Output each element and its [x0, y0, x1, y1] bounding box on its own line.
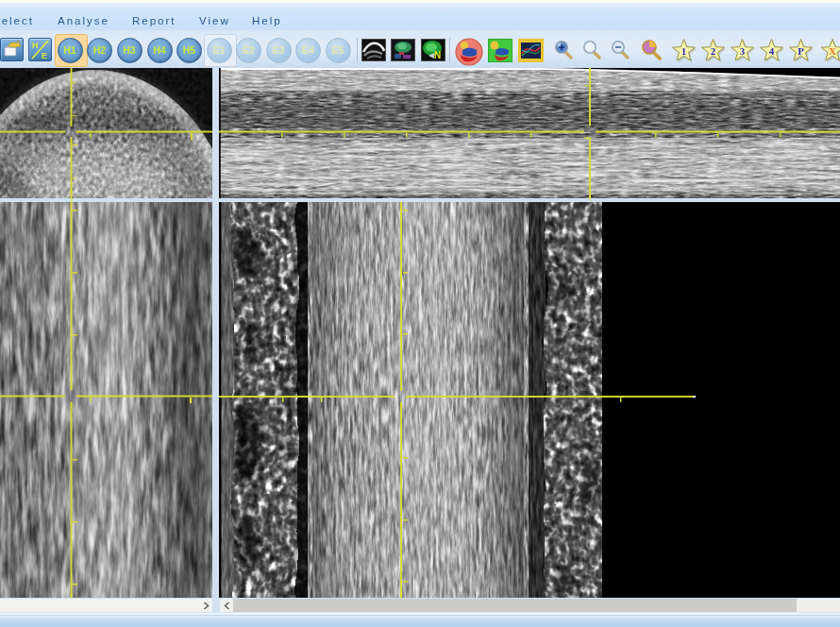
svg-text:P: P [798, 45, 804, 57]
svg-text:E: E [42, 51, 47, 60]
svg-text:H: H [32, 41, 39, 50]
svg-text:1: 1 [681, 45, 687, 57]
svg-text:4: 4 [769, 45, 775, 57]
svg-text:2: 2 [711, 45, 716, 57]
svg-text:X: X [829, 45, 836, 57]
svg-text:N: N [434, 50, 441, 60]
svg-text:3: 3 [740, 45, 746, 57]
